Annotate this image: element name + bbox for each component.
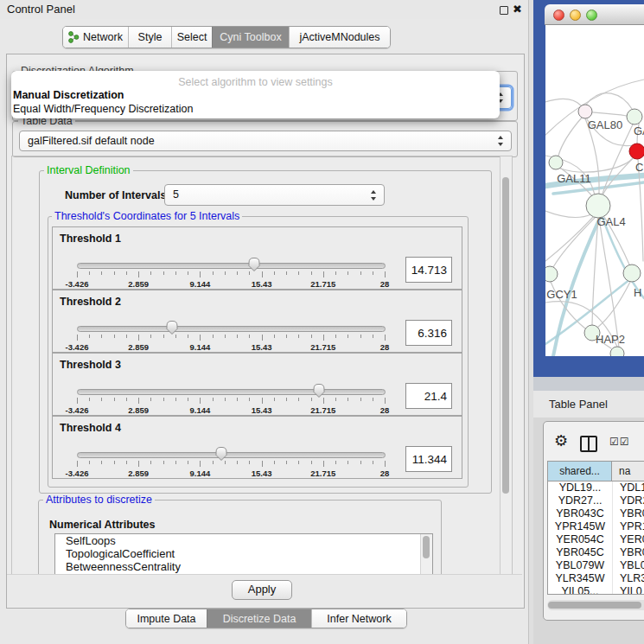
table-row[interactable]: YIL05...YIL0 [548,585,644,594]
cell-name[interactable]: YBR0 [613,546,644,559]
column-header-shared-name[interactable]: shared... [548,462,612,481]
slider-track[interactable] [77,326,386,332]
tab-style[interactable]: Style [128,27,171,48]
threshold-value-field[interactable]: 21.4 [405,383,452,409]
network-node-gal4[interactable] [586,194,610,218]
cell-shared-name[interactable]: YBR045C [548,546,613,559]
cell-name[interactable]: YDR2 [613,494,644,507]
network-canvas[interactable]: GAL80GACGAL11GAL4GCY1HHAP2 [545,25,644,356]
tick-mark [311,461,312,464]
close-icon[interactable]: ✖ [513,2,522,17]
network-edge[interactable] [586,93,632,109]
network-edge[interactable] [545,211,591,217]
float-window-icon[interactable] [500,6,508,15]
slider-thumb[interactable] [214,446,228,462]
zoom-window-icon[interactable] [586,10,597,21]
cell-name[interactable]: YBR0 [613,507,644,520]
columns-icon[interactable] [580,436,597,452]
network-node-gcy1[interactable] [545,266,558,282]
attribute-list-item[interactable]: BetweennessCentrality [55,560,432,573]
cell-shared-name[interactable]: YBR043C [548,507,613,520]
network-edge[interactable] [592,112,627,116]
horizontal-scrollbar-thumb[interactable] [548,602,641,609]
cell-name[interactable]: YDL1 [613,481,644,494]
slider-track[interactable] [77,452,386,458]
tick-mark [348,335,348,338]
attribute-list-item[interactable]: TopologicalCoefficient [55,547,432,560]
table-data-combobox[interactable]: galFiltered.sif default node [19,131,512,151]
tick-label: 28 [380,405,390,415]
network-window-titlebar[interactable] [545,4,644,25]
list-scrollbar[interactable] [420,534,432,575]
horizontal-scrollbar[interactable] [547,600,644,610]
cell-name[interactable]: YPR1 [613,520,644,533]
attributes-group-title: Attributes to discretize [43,494,155,506]
tick-mark [274,335,275,338]
cell-name[interactable]: YER0 [613,533,644,546]
table-row[interactable]: YBR045CYBR0 [548,546,644,559]
cell-shared-name[interactable]: YPR145W [548,520,613,533]
tab-cyni-toolbox[interactable]: Cyni Toolbox [212,27,289,48]
threshold-label: Threshold 4 [60,422,121,434]
table-row[interactable]: YDL19...YDL1 [548,481,644,494]
threshold-value-field[interactable]: 14.713 [405,257,452,283]
cell-shared-name[interactable]: YBL079W [548,559,613,572]
cell-shared-name[interactable]: YLR345W [548,572,613,585]
network-node-ga[interactable] [627,109,642,124]
tick-mark [323,335,324,341]
cell-shared-name[interactable]: YDR27... [548,494,613,507]
slider-thumb[interactable] [312,383,326,399]
threshold-label: Threshold 1 [60,233,121,245]
slider-thumb[interactable] [165,320,179,335]
network-node-c[interactable] [629,143,644,159]
cell-shared-name[interactable]: YER054C [548,533,613,546]
tab-network[interactable]: Network [63,27,128,48]
tab-select[interactable]: Select [171,27,212,48]
network-node-label: GA [634,124,644,137]
cell-shared-name[interactable]: YDL19... [548,481,613,494]
column-header-name[interactable]: na [612,462,644,481]
tab-jactivemnodules[interactable]: jActiveMNodules [289,27,390,48]
popup-item-manual-discretization[interactable]: Manual Discretization [13,89,124,101]
tab-discretize-data[interactable]: Discretize Data [207,609,311,628]
threshold-value-field[interactable]: 6.316 [405,320,452,346]
threshold-value-field[interactable]: 11.344 [405,446,452,472]
tab-infer-network[interactable]: Infer Network [311,609,406,628]
minimize-window-icon[interactable] [570,10,581,21]
slider-track[interactable] [77,263,386,269]
table-row[interactable]: YBR043CYBR0 [548,507,644,520]
slider-thumb[interactable] [247,257,261,272]
network-edge[interactable] [558,118,582,156]
vertical-scrollbar[interactable] [500,156,512,575]
vertical-scrollbar-thumb[interactable] [502,177,509,494]
table-row[interactable]: YLR345WYLR3 [548,572,644,585]
cell-name[interactable]: YIL0 [613,585,644,594]
attribute-list-item[interactable]: SelfLoops [55,534,432,547]
tick-label: 15.43 [252,405,272,415]
table-row[interactable]: YBL079WYBL0 [548,559,644,572]
cell-name[interactable]: YLR3 [613,572,644,585]
slider-track[interactable] [77,389,386,395]
table-row[interactable]: YPR145WYPR1 [548,520,644,533]
close-window-icon[interactable] [553,10,564,21]
number-of-intervals-combobox[interactable]: 5 [164,184,385,206]
numerical-attributes-list[interactable]: SelfLoopsTopologicalCoefficientBetweenne… [54,533,433,576]
network-edge[interactable] [545,99,581,105]
gear-icon[interactable]: ⚙ [554,432,568,450]
popup-item-equal-width-frequency[interactable]: Equal Width/Frequency Discretization [13,103,193,115]
network-edge[interactable] [597,282,630,328]
list-scrollbar-thumb[interactable] [423,536,430,558]
tab-impute-data[interactable]: Impute Data [126,609,207,628]
checkboxes-icon[interactable]: ☑☑ [609,436,630,448]
tick-label: 15.43 [252,279,272,289]
network-node-gal11[interactable] [549,156,563,169]
apply-button[interactable]: Apply [232,580,292,600]
network-node[interactable] [610,347,624,356]
slider-tick-labels: -3.4262.8599.14415.4321.71528 [77,342,385,351]
table-row[interactable]: YER054CYER0 [548,533,644,546]
table-row[interactable]: YDR27...YDR2 [548,494,644,507]
network-node-gal80[interactable] [578,105,592,118]
cell-shared-name[interactable]: YIL05... [548,585,613,594]
network-node-h[interactable] [623,265,641,282]
cell-name[interactable]: YBL0 [613,559,644,572]
